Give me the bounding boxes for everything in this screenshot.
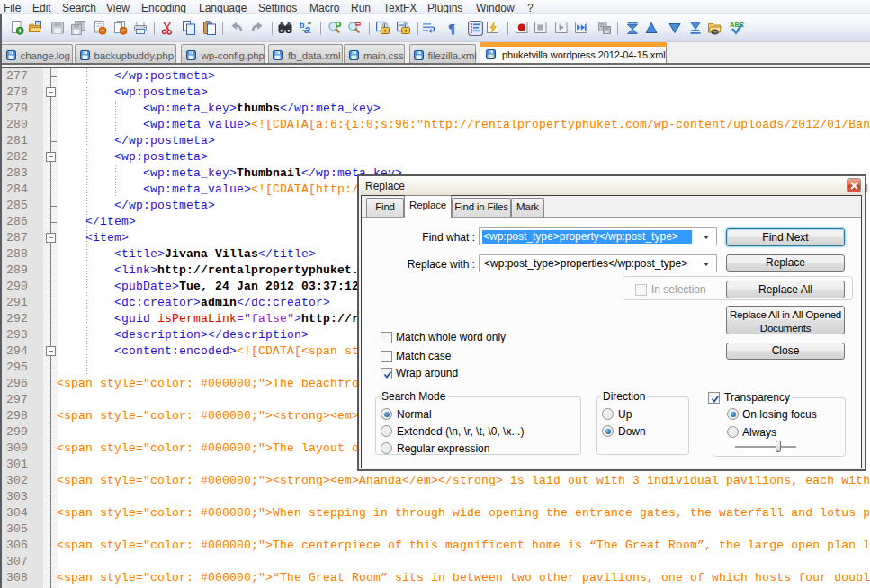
svg-text:¶: ¶ — [448, 22, 455, 36]
svg-text:a: a — [304, 22, 310, 35]
